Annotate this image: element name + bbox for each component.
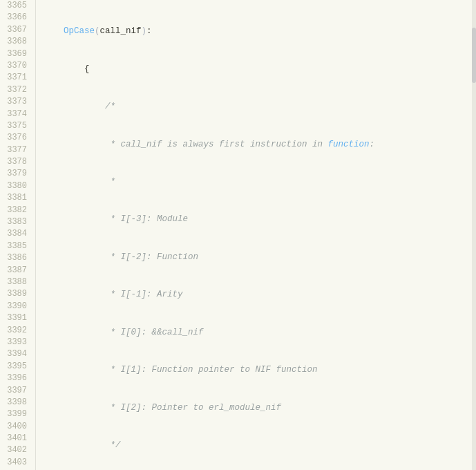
line-num-3401: 3401	[0, 433, 31, 444]
line-num-3371: 3371	[0, 72, 31, 84]
line-num-3398: 3398	[0, 397, 31, 408]
code-editor: 3365 3366 3367 3368 3369 3370 3371 3372 …	[0, 0, 476, 470]
line-num-3378: 3378	[0, 156, 31, 168]
line-num-3400: 3400	[0, 421, 31, 433]
line-num-3388: 3388	[0, 276, 31, 288]
line-num-3392: 3392	[0, 325, 31, 337]
code-line-3366: {	[43, 63, 472, 75]
line-num-3374: 3374	[0, 109, 31, 120]
line-num-3382: 3382	[0, 205, 31, 216]
code-line-3375: * I[2]: Pointer to erl_module_nif	[43, 402, 472, 414]
line-numbers: 3365 3366 3367 3368 3369 3370 3371 3372 …	[0, 0, 36, 470]
line-num-3393: 3393	[0, 337, 31, 348]
code-content: OpCase(call_nif): { /* * call_nif is alw…	[36, 0, 472, 470]
line-num-3397: 3397	[0, 385, 31, 397]
line-num-3403: 3403	[0, 457, 31, 469]
line-num-3373: 3373	[0, 96, 31, 108]
code-line-3376: */	[43, 439, 472, 451]
line-num-3391: 3391	[0, 312, 31, 324]
line-num-3387: 3387	[0, 265, 31, 276]
line-num-3385: 3385	[0, 241, 31, 252]
line-num-3370: 3370	[0, 60, 31, 72]
line-num-3384: 3384	[0, 228, 31, 240]
line-num-3376: 3376	[0, 132, 31, 144]
code-line-3369: *	[43, 176, 472, 188]
line-num-3402: 3402	[0, 444, 31, 456]
line-num-3399: 3399	[0, 408, 31, 420]
line-num-3369: 3369	[0, 48, 31, 60]
line-num-3396: 3396	[0, 373, 31, 384]
code-line-3370: * I[-3]: Module	[43, 213, 472, 225]
line-num-3365: 3365	[0, 0, 31, 12]
line-num-3390: 3390	[0, 301, 31, 312]
line-num-3395: 3395	[0, 361, 31, 373]
line-num-3380: 3380	[0, 180, 31, 192]
line-num-3377: 3377	[0, 144, 31, 156]
line-num-3383: 3383	[0, 216, 31, 228]
scrollbar-thumb[interactable]	[472, 28, 476, 83]
line-num-3381: 3381	[0, 192, 31, 204]
line-num-3394: 3394	[0, 348, 31, 360]
line-num-3368: 3368	[0, 36, 31, 48]
line-num-3367: 3367	[0, 24, 31, 36]
code-line-3367: /*	[43, 100, 472, 113]
line-num-3372: 3372	[0, 84, 31, 96]
code-line-3368: * call_nif is always first instruction i…	[43, 138, 472, 151]
scrollbar[interactable]	[472, 0, 476, 470]
line-num-3366: 3366	[0, 12, 31, 24]
line-num-3386: 3386	[0, 252, 31, 264]
line-num-3375: 3375	[0, 120, 31, 132]
code-line-3365: OpCase(call_nif):	[43, 25, 472, 37]
code-line-3372: * I[-1]: Arity	[43, 288, 472, 301]
line-num-3389: 3389	[0, 288, 31, 300]
code-line-3373: * I[0]: &&call_nif	[43, 326, 472, 339]
line-num-3379: 3379	[0, 168, 31, 180]
code-line-3371: * I[-2]: Function	[43, 251, 472, 263]
code-line-3374: * I[1]: Function pointer to NIF function	[43, 364, 472, 376]
